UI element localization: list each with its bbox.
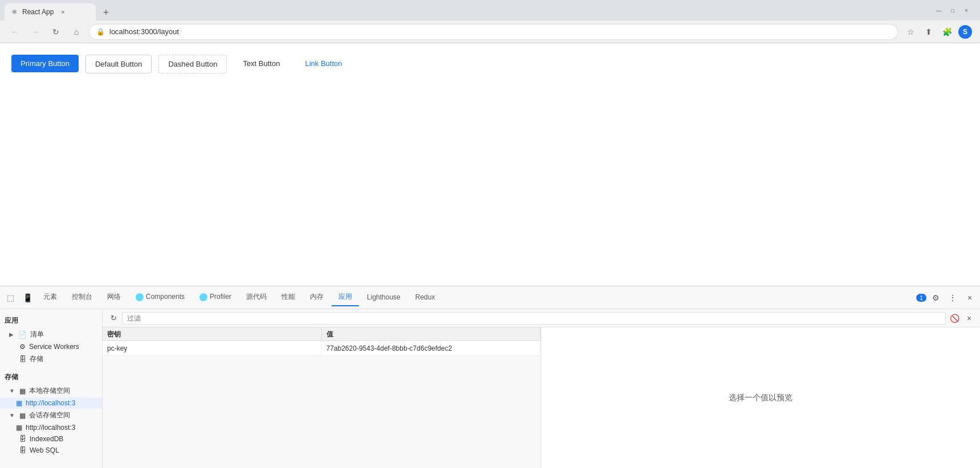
devtools-inspect-button[interactable]: ⬚ bbox=[2, 290, 18, 306]
tab-console-label: 控制台 bbox=[72, 293, 92, 301]
maximize-button[interactable]: □ bbox=[948, 6, 957, 15]
tab-network-label: 网络 bbox=[107, 293, 121, 301]
indexeddb-icon: 🗄 bbox=[19, 435, 26, 443]
tab-title: React App bbox=[22, 8, 54, 16]
filter-input[interactable] bbox=[122, 312, 946, 325]
tab-memory-label: 内存 bbox=[310, 293, 324, 301]
tab-bar: ⚛ React App × + bbox=[5, 0, 114, 20]
toolbar-right: ☆ ⬆ 🧩 S bbox=[903, 24, 973, 40]
panel-refresh-button[interactable]: ↻ bbox=[107, 312, 120, 325]
tab-lighthouse[interactable]: Lighthouse bbox=[360, 290, 407, 306]
browser-tab-active[interactable]: ⚛ React App × bbox=[5, 3, 96, 20]
sidebar-item-session-storage-localhost[interactable]: ▦ http://localhost:3 bbox=[0, 422, 102, 433]
session-storage-localhost-icon: ▦ bbox=[16, 424, 22, 432]
sidebar-item-web-sql[interactable]: 🗄 Web SQL bbox=[0, 445, 102, 456]
tab-application[interactable]: 应用 bbox=[332, 289, 359, 306]
indexeddb-label: IndexedDB bbox=[30, 435, 63, 443]
sidebar-item-manifest[interactable]: ▶ 📄 清单 bbox=[0, 328, 102, 341]
title-bar: ⚛ React App × + — □ × bbox=[0, 0, 980, 20]
tab-network[interactable]: 网络 bbox=[100, 289, 128, 306]
local-storage-label: 本地存储空间 bbox=[29, 386, 70, 396]
address-bar: ← → ↻ ⌂ 🔒 localhost:3000/layout ☆ ⬆ 🧩 S bbox=[0, 20, 980, 43]
url-bar[interactable]: 🔒 localhost:3000/layout bbox=[89, 24, 898, 40]
new-tab-button[interactable]: + bbox=[98, 5, 114, 20]
local-storage-localhost-icon: ▦ bbox=[16, 399, 22, 407]
tab-close-button[interactable]: × bbox=[58, 7, 67, 17]
table-header: 密钥 值 bbox=[103, 327, 541, 341]
reload-button[interactable]: ↻ bbox=[48, 24, 64, 40]
tab-performance[interactable]: 性能 bbox=[275, 289, 302, 306]
sidebar-section-storage: 存储 bbox=[0, 370, 102, 384]
sidebar-item-session-storage[interactable]: ▼ ▦ 会话存储空间 bbox=[0, 409, 102, 422]
minimize-button[interactable]: — bbox=[934, 6, 944, 15]
tab-performance-label: 性能 bbox=[281, 293, 295, 301]
local-storage-expand-icon: ▼ bbox=[9, 388, 15, 394]
devtools-panel: ⬚ 📱 元素 控制台 网络 Components Profiler bbox=[0, 286, 980, 468]
session-storage-label: 会话存储空间 bbox=[29, 410, 70, 420]
panel-close-filter-button[interactable]: × bbox=[963, 312, 975, 325]
tab-redux-label: Redux bbox=[415, 293, 435, 301]
sidebar-item-indexeddb[interactable]: 🗄 IndexedDB bbox=[0, 433, 102, 445]
data-table: 密钥 值 pc-key 77ab2620-9543-4def-8bbb-c7d6… bbox=[103, 327, 541, 468]
main-area: Primary Button Default Button Dashed But… bbox=[0, 43, 980, 468]
manifest-label: 清单 bbox=[30, 330, 44, 339]
devtools-sidebar: 应用 ▶ 📄 清单 ⚙ Service Workers 🗄 存储 bbox=[0, 309, 103, 468]
default-button[interactable]: Default Button bbox=[85, 55, 152, 73]
manifest-icon: 📄 bbox=[18, 331, 27, 339]
tab-application-label: 应用 bbox=[338, 293, 352, 301]
sidebar-section-app: 应用 bbox=[0, 314, 102, 328]
close-window-button[interactable]: × bbox=[962, 6, 971, 15]
back-button[interactable]: ← bbox=[7, 24, 23, 40]
devtools-main-panel: ↻ 🚫 × 密钥 值 pc-key bbox=[103, 309, 980, 468]
page-content: Primary Button Default Button Dashed But… bbox=[0, 43, 980, 286]
sidebar-item-service-workers[interactable]: ⚙ Service Workers bbox=[0, 341, 102, 352]
storage-icon: 🗄 bbox=[19, 355, 26, 363]
devtools-settings-button[interactable]: ⚙ bbox=[928, 290, 944, 306]
sidebar-item-local-storage-localhost[interactable]: ▦ http://localhost:3 bbox=[0, 397, 102, 409]
home-button[interactable]: ⌂ bbox=[68, 24, 84, 40]
panel-content: 密钥 值 pc-key 77ab2620-9543-4def-8bbb-c7d6… bbox=[103, 327, 980, 468]
primary-button[interactable]: Primary Button bbox=[11, 55, 79, 72]
tab-lighthouse-label: Lighthouse bbox=[367, 293, 401, 301]
tab-console[interactable]: 控制台 bbox=[65, 289, 99, 306]
tab-redux[interactable]: Redux bbox=[409, 290, 442, 306]
sidebar-item-storage-app[interactable]: 🗄 存储 bbox=[0, 352, 102, 366]
table-header-value: 值 bbox=[322, 327, 541, 340]
table-cell-value: 77ab2620-9543-4def-8bbb-c7d6c9efdec2 bbox=[322, 342, 541, 355]
devtools-toolbar: ⬚ 📱 元素 控制台 网络 Components Profiler bbox=[0, 286, 980, 309]
panel-toolbar: ↻ 🚫 × bbox=[103, 309, 980, 327]
tab-components[interactable]: Components bbox=[129, 289, 191, 306]
extensions-button[interactable]: 🧩 bbox=[939, 24, 955, 40]
devtools-close-button[interactable]: × bbox=[962, 290, 978, 306]
sw-label: Service Workers bbox=[29, 343, 79, 351]
tab-source[interactable]: 源代码 bbox=[239, 289, 273, 306]
table-cell-key: pc-key bbox=[103, 342, 322, 355]
session-storage-localhost-label: http://localhost:3 bbox=[26, 424, 75, 432]
devtools-right-controls: 1 ⚙ ⋮ × bbox=[916, 290, 978, 306]
session-storage-icon: ▦ bbox=[19, 412, 26, 420]
devtools-device-button[interactable]: 📱 bbox=[19, 290, 35, 306]
tab-profiler-label: Profiler bbox=[210, 293, 231, 301]
user-avatar[interactable]: S bbox=[958, 25, 972, 39]
profile-icon[interactable]: S bbox=[957, 24, 973, 40]
preview-panel: 选择一个值以预览 bbox=[541, 327, 980, 468]
sw-icon: ⚙ bbox=[19, 343, 26, 351]
sidebar-item-local-storage[interactable]: ▼ ▦ 本地存储空间 bbox=[0, 384, 102, 397]
components-icon bbox=[136, 293, 144, 301]
table-row[interactable]: pc-key 77ab2620-9543-4def-8bbb-c7d6c9efd… bbox=[103, 341, 541, 356]
devtools-more-button[interactable]: ⋮ bbox=[945, 290, 961, 306]
tab-profiler[interactable]: Profiler bbox=[193, 289, 238, 306]
panel-clear-button[interactable]: 🚫 bbox=[948, 312, 961, 325]
text-button[interactable]: Text Button bbox=[234, 55, 289, 72]
web-sql-label: Web SQL bbox=[30, 446, 59, 454]
share-button[interactable]: ⬆ bbox=[921, 24, 937, 40]
forward-button[interactable]: → bbox=[27, 24, 43, 40]
dashed-button[interactable]: Dashed Button bbox=[158, 55, 227, 73]
tab-favicon: ⚛ bbox=[11, 8, 18, 16]
tab-elements-label: 元素 bbox=[43, 293, 57, 301]
tab-elements[interactable]: 元素 bbox=[36, 289, 64, 306]
tab-memory[interactable]: 内存 bbox=[303, 289, 330, 306]
table-header-key: 密钥 bbox=[103, 327, 322, 340]
link-button[interactable]: Link Button bbox=[296, 55, 351, 72]
bookmark-button[interactable]: ☆ bbox=[903, 24, 918, 40]
